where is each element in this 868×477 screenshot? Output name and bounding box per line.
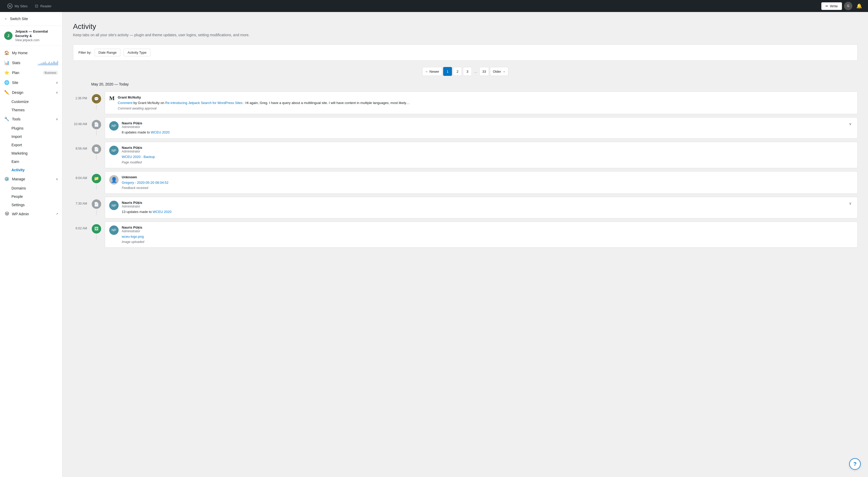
activity-info-6: Nauris Pūķis Administrator wceu-logo.png…	[122, 225, 853, 244]
date-section: May 20, 2020 — Today	[73, 82, 858, 89]
switch-site-label: Switch Site	[10, 17, 28, 21]
sidebar-item-site[interactable]: 🌐 Site ∨	[0, 78, 62, 88]
activity-icon-3: 📄	[92, 145, 101, 154]
page-33-button[interactable]: 33	[479, 67, 489, 76]
switch-site-button[interactable]: ← Switch Site	[0, 12, 62, 26]
timeline-line-6	[96, 234, 97, 240]
sidebar-item-activity[interactable]: Activity	[11, 166, 62, 174]
older-page-button[interactable]: Older →	[490, 67, 508, 76]
time-label-4: 8:04 AM	[75, 176, 87, 180]
activity-time-4: 8:04 AM	[73, 171, 91, 180]
sidebar-item-plan[interactable]: ⭐ Plan Business	[0, 68, 62, 78]
activity-icon-col-5: 📄	[91, 197, 102, 216]
activity-desc-2: 8 updates made to WCEU 2020	[122, 130, 844, 135]
activity-user-role-2: Administrator	[122, 125, 844, 129]
activity-item-5: 7:30 AM 📄 NP Nauris Pūķis Administrator …	[73, 197, 858, 222]
write-button[interactable]: ✏ Write	[822, 2, 842, 10]
activity-item-4: 8:04 AM 📁 👤 Unknown Gregory - 20	[73, 171, 858, 197]
plan-badge: Business	[43, 71, 58, 75]
wordpress-icon: W	[7, 3, 12, 9]
activity-note-3: Page modified	[122, 161, 853, 164]
activity-user-name-6: Nauris Pūķis	[122, 225, 853, 229]
sidebar-item-import[interactable]: Import	[11, 132, 62, 141]
page-2-button[interactable]: 2	[453, 67, 462, 76]
topnav-right: ✏ Write G 🔔	[822, 1, 864, 11]
help-button[interactable]: ?	[849, 458, 861, 470]
activity-user-name-1: Grant McNulty	[118, 95, 853, 99]
manage-chevron-icon: ∧	[56, 177, 58, 181]
comment-icon-area: M	[109, 95, 115, 101]
sidebar-item-tools[interactable]: 🔧 Tools ∧	[0, 114, 62, 124]
post-link-1[interactable]: Re-introducing Jetpack Search for WordPr…	[165, 101, 243, 105]
reader-nav[interactable]: ⊡ Reader	[32, 2, 55, 10]
image-link-6[interactable]: wceu-logo.png	[122, 234, 144, 238]
activity-desc-3: WCEU 2020 - Backup	[122, 154, 853, 160]
mini-chart-bar	[48, 63, 49, 65]
mini-chart-bar	[46, 63, 46, 65]
sidebar-item-my-home[interactable]: 🏠 My Home	[0, 48, 62, 58]
page-3-button[interactable]: 3	[463, 67, 472, 76]
activity-item-3: 8:56 AM 📄 NP Nauris Pūķis Administrator …	[73, 142, 858, 171]
mini-chart-bar	[47, 64, 48, 65]
activity-icon-5: 📄	[92, 199, 101, 209]
activity-desc-5: 13 updates made to WCEU 2020	[122, 209, 844, 215]
newer-page-button[interactable]: ← Newer	[422, 67, 442, 76]
my-sites-nav[interactable]: W My Sites	[4, 2, 31, 10]
wceu-link-5[interactable]: WCEU 2020	[153, 210, 172, 214]
sidebar-item-wp-admin[interactable]: Ⓦ WP Admin ↗	[0, 209, 62, 219]
activity-info-2: Nauris Pūķis Administrator 8 updates mad…	[122, 121, 844, 135]
activity-time-3: 8:56 AM	[73, 142, 91, 151]
filter-activity-type-button[interactable]: Activity Type	[124, 49, 150, 56]
filter-bar: Filter by: Date Range Activity Type	[73, 44, 858, 61]
timeline-line-2	[96, 130, 97, 135]
timeline-line-1	[96, 104, 97, 110]
sidebar-item-plugins[interactable]: Plugins	[11, 124, 62, 132]
activity-time-6: 6:02 AM	[73, 222, 91, 230]
pagination: ← Newer 1 2 3 … 33 Older →	[73, 67, 858, 76]
sidebar-item-marketing[interactable]: Marketing	[11, 149, 62, 157]
activity-icon-col-2: 📄	[91, 117, 102, 136]
activity-action-text-1: by Grant McNulty on	[133, 101, 165, 105]
user-avatar-5: NP	[109, 201, 119, 210]
expand-button-2[interactable]: ∨	[847, 121, 853, 126]
mini-chart-bar	[49, 62, 50, 65]
mini-chart-bar	[57, 61, 58, 65]
wceu-link-2[interactable]: WCEU 2020	[151, 130, 169, 134]
expand-button-5[interactable]: ∨	[847, 201, 853, 206]
sidebar-item-settings[interactable]: Settings	[11, 201, 62, 209]
activity-user-role-5: Administrator	[122, 204, 844, 208]
design-chevron-icon: ∧	[56, 91, 58, 94]
activity-time-1: 1:36 PM	[73, 92, 91, 100]
mini-chart-bar	[50, 63, 51, 65]
sidebar-item-export[interactable]: Export	[11, 141, 62, 149]
sidebar-item-themes[interactable]: Themes	[11, 106, 62, 114]
sidebar-item-stats[interactable]: 📊 Stats	[0, 58, 62, 68]
sidebar-item-manage[interactable]: ⚙️ Manage ∧	[0, 174, 62, 184]
manage-label: Manage	[12, 177, 25, 181]
site-icon: 🌐	[4, 80, 9, 85]
sidebar-item-people[interactable]: People	[11, 192, 62, 201]
page-ellipsis: …	[473, 70, 478, 73]
stats-label: Stats	[12, 61, 20, 65]
notifications-button[interactable]: 🔔	[855, 1, 864, 11]
sidebar-item-domains[interactable]: Domains	[11, 184, 62, 192]
time-label-1: 1:36 PM	[75, 96, 87, 100]
activity-item-2: 10:48 AM 📄 NP Nauris Pūķis Administrator…	[73, 117, 858, 142]
activity-time-2: 10:48 AM	[73, 117, 91, 126]
comment-link[interactable]: Comment	[118, 101, 132, 105]
newer-arrow-icon: ←	[425, 70, 429, 73]
page-link-3[interactable]: WCEU 2020 - Backup	[122, 155, 155, 159]
page-title: Activity	[73, 23, 858, 31]
filter-date-range-button[interactable]: Date Range	[95, 49, 120, 56]
feedback-link-4[interactable]: Gregory - 2020-05-20 08:04:52	[122, 181, 168, 185]
sidebar-item-earn[interactable]: Earn	[11, 157, 62, 166]
mini-chart-bar	[55, 63, 56, 65]
mini-chart-bar	[41, 63, 41, 65]
activity-note-4: Feedback received	[122, 186, 853, 190]
timeline-line-5	[96, 210, 97, 215]
sidebar-item-customize[interactable]: Customize	[11, 97, 62, 106]
sidebar-item-design[interactable]: ✏️ Design ∧	[0, 88, 62, 97]
user-avatar[interactable]: G	[844, 2, 852, 10]
page-1-button[interactable]: 1	[443, 67, 452, 76]
mini-chart-bar	[44, 63, 44, 65]
